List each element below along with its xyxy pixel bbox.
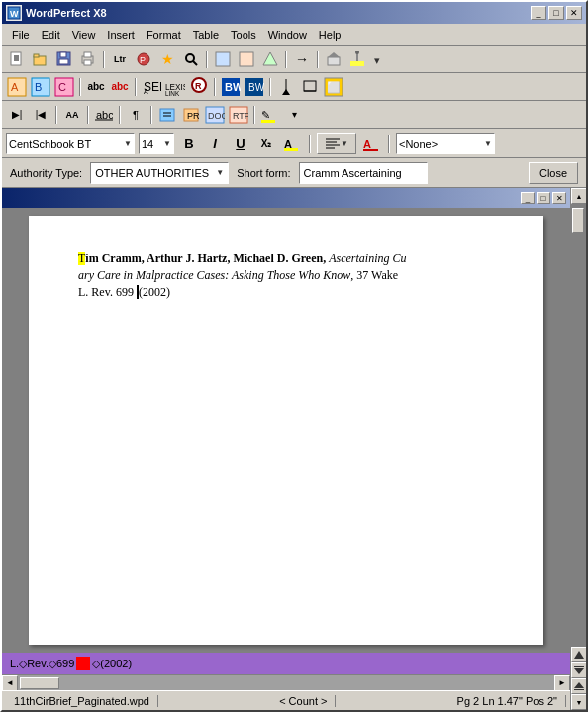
tb2-btn10[interactable]: BW▾ [244, 76, 265, 98]
tb3-btn6[interactable]: PRO [180, 104, 202, 126]
italic-button[interactable]: I [204, 133, 226, 154]
tb3-btn3[interactable]: abc [93, 104, 115, 126]
arrow-btn[interactable]: → [291, 49, 313, 70]
vertical-scrollbar: ▲ ▼ [570, 188, 586, 710]
inner-close[interactable]: ✕ [552, 192, 566, 204]
subscript-button[interactable]: X₂ [255, 133, 277, 154]
authority-dropdown-arrow: ▼ [216, 168, 224, 177]
print-button[interactable] [77, 49, 99, 70]
tb2-btn12[interactable] [299, 76, 321, 98]
menu-tools[interactable]: Tools [225, 27, 262, 43]
underline-button[interactable]: U [230, 133, 251, 154]
document-page[interactable]: Tim Cramm, Arthur J. Hartz, Michael D. G… [29, 216, 543, 645]
tb2-btn3[interactable]: C [53, 76, 75, 98]
publish-button[interactable]: P [133, 49, 154, 70]
tb3-btn7[interactable]: DOC [204, 104, 226, 126]
search-button[interactable] [180, 49, 202, 70]
scroll-to-bottom[interactable] [571, 678, 586, 694]
minimize-button[interactable]: _ [531, 6, 546, 20]
scroll-up-button[interactable]: ▲ [571, 188, 586, 204]
tb3-arrow[interactable]: ▾ [283, 104, 305, 126]
tb2-btn2[interactable]: B [30, 76, 51, 98]
font-size-dropdown[interactable]: 14 ▼ [139, 133, 174, 154]
tb3-btn5[interactable] [156, 104, 178, 126]
vscroll-thumb[interactable] [572, 208, 584, 233]
bold-button[interactable]: B [178, 133, 200, 154]
scroll-down-button[interactable]: ▼ [571, 694, 586, 710]
vscroll-track[interactable] [571, 204, 586, 647]
menu-table[interactable]: Table [187, 27, 225, 43]
horizontal-scrollbar: ◄ ► [2, 674, 570, 690]
tb2-btn13[interactable]: ⬜ [323, 76, 344, 98]
svg-marker-72 [574, 668, 584, 674]
menu-help[interactable]: Help [313, 27, 347, 43]
svg-rect-12 [84, 52, 91, 57]
scroll-left-button[interactable]: ◄ [2, 675, 18, 691]
authority-type-dropdown[interactable]: OTHER AUTHORITIES ▼ [90, 162, 229, 184]
tb-btn5[interactable]: ▾ [370, 49, 392, 70]
svg-marker-70 [574, 651, 584, 659]
tb3-btn1[interactable]: ▶| [6, 104, 28, 126]
tb3-btn4[interactable]: ¶ [125, 104, 147, 126]
svg-text:BW▾: BW▾ [248, 82, 264, 93]
save-button[interactable] [53, 49, 75, 70]
letters-button[interactable]: Ltr [109, 49, 131, 70]
tb-btn1[interactable] [212, 49, 234, 70]
tb-btn3[interactable] [259, 49, 281, 70]
star-button[interactable]: ★ [156, 49, 178, 70]
svg-text:BW: BW [225, 81, 241, 93]
svg-rect-23 [350, 61, 364, 66]
tb2-btn5[interactable]: abc [109, 76, 131, 98]
authority-close-button[interactable]: Close [529, 162, 578, 184]
short-form-input[interactable]: Cramm Ascertaining [299, 162, 428, 184]
menu-view[interactable]: View [66, 27, 102, 43]
inner-maximize[interactable]: □ [537, 192, 550, 204]
highlight-button[interactable]: A [281, 133, 303, 154]
tb3-btn2[interactable]: |◀ [30, 104, 51, 126]
font-name-dropdown[interactable]: CentSchbook BT ▼ [6, 133, 135, 154]
status-red-indicator [76, 657, 90, 670]
tb-btn4[interactable] [323, 49, 344, 70]
tb-btn2[interactable] [236, 49, 257, 70]
tb2-btn1[interactable]: A [6, 76, 28, 98]
tb2-btn8[interactable]: R [188, 76, 210, 98]
close-button[interactable]: ✕ [566, 6, 582, 20]
sep13 [253, 106, 255, 124]
doc-text-italic1: Ascertaining Cu [329, 252, 406, 265]
hscroll-thumb[interactable] [20, 677, 59, 689]
svg-text:C: C [58, 81, 66, 93]
new-button[interactable] [6, 49, 28, 70]
tb3-caps[interactable]: AA [61, 104, 83, 126]
sep-fmt1 [309, 135, 311, 153]
menu-edit[interactable]: Edit [36, 27, 66, 43]
menu-format[interactable]: Format [141, 27, 187, 43]
tb3-paint[interactable]: ✎ [259, 104, 281, 126]
tb2-btn6[interactable]: SERA [141, 76, 162, 98]
svg-rect-9 [60, 52, 66, 57]
scroll-right-button[interactable]: ► [554, 675, 570, 691]
open-button[interactable] [30, 49, 51, 70]
menu-insert[interactable]: Insert [101, 27, 141, 43]
tb2-btn7[interactable]: LEXISLINK [164, 76, 186, 98]
scroll-page-up[interactable] [571, 647, 586, 662]
tb2-btn4[interactable]: abc [85, 76, 107, 98]
menu-window[interactable]: Window [262, 27, 313, 43]
tb2-btn11[interactable] [275, 76, 297, 98]
svg-marker-74 [574, 682, 584, 688]
doc-text-normal2: L. Rev. 699 [78, 285, 134, 299]
tb2-btn9[interactable]: BW [220, 76, 242, 98]
color-button[interactable]: A [360, 133, 382, 154]
menu-file[interactable]: File [6, 27, 36, 43]
title-bar: W WordPerfect X8 _ □ ✕ [2, 2, 586, 24]
restore-button[interactable]: □ [548, 6, 564, 20]
svg-text:A: A [144, 88, 148, 95]
menu-bar: File Edit View Insert Format Table Tools… [2, 24, 586, 46]
style-dropdown[interactable]: <None> ▼ [396, 133, 495, 154]
inner-minimize[interactable]: _ [521, 192, 535, 204]
justify-dropdown[interactable]: ▼ [317, 133, 356, 154]
svg-text:R: R [195, 81, 202, 91]
scroll-to-top[interactable] [571, 662, 586, 678]
paint-btn[interactable] [346, 49, 368, 70]
tb3-btn8[interactable]: RTF [228, 104, 249, 126]
hscroll-track[interactable] [18, 675, 554, 690]
